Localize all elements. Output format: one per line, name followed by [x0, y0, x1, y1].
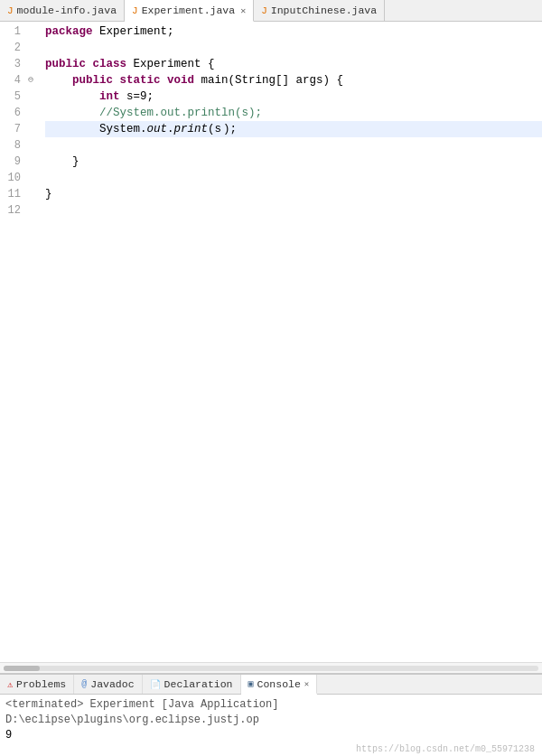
declaration-icon: 📄 [150, 679, 161, 690]
tab-module-info[interactable]: J module-info.java [0, 0, 125, 21]
ln-8: 8 [0, 137, 23, 154]
java-file-icon-experiment: J [132, 5, 138, 16]
ln-1: 1 [0, 23, 23, 40]
code-indent [45, 105, 99, 121]
tab-javadoc-label: Javadoc [90, 678, 134, 690]
ln-5: 5 [0, 89, 23, 105]
code-text: s=9; [120, 89, 154, 105]
ln-row-12: 12 [0, 202, 38, 219]
code-line-10 [45, 170, 542, 186]
code-line-1: package Experiment; [45, 23, 542, 40]
code-text: (s [208, 121, 221, 137]
code-text [161, 72, 168, 89]
scrollbar-track [4, 666, 538, 671]
java-file-icon-inputchinese: J [261, 5, 267, 16]
tab-console-label: Console [257, 678, 301, 690]
code-text: } [45, 186, 52, 202]
ln-row-3: 3 [0, 56, 38, 72]
ln-row-11: 11 [0, 186, 38, 202]
code-line-12 [45, 202, 542, 219]
editor-tab-bar: J module-info.java J Experiment.java ✕ J… [0, 0, 542, 22]
code-line-6: //System.out.println(s); [45, 105, 542, 121]
line-number-gutter: 1 2 3 4 ⊖ 5 6 7 8 [0, 22, 38, 662]
ln-10: 10 [0, 170, 23, 186]
ln-7: 7 [0, 121, 23, 137]
code-line-8 [45, 137, 542, 154]
code-line-11: } [45, 186, 542, 202]
code-text [86, 56, 93, 72]
code-indent [45, 121, 99, 137]
tab-problems-label: Problems [16, 678, 66, 690]
console-content: <terminated> Experiment [Java Applicatio… [0, 695, 542, 744]
keyword-void: void [167, 72, 194, 89]
ln-6: 6 [0, 105, 23, 121]
code-indent: } [45, 154, 79, 170]
code-text [113, 72, 120, 89]
editor-area: 1 2 3 4 ⊖ 5 6 7 8 [0, 22, 542, 662]
code-text: ); [223, 121, 237, 137]
fold-4: ⊖ [23, 72, 38, 89]
code-line-9: } [45, 154, 542, 170]
ln-4: 4 [0, 72, 23, 89]
bottom-panel: ⚠ Problems @ Javadoc 📄 Declaration ▣ Con… [0, 673, 542, 756]
code-indent [45, 89, 99, 105]
ln-3: 3 [0, 56, 23, 72]
ln-11: 11 [0, 186, 23, 202]
ln-row-10: 10 [0, 170, 38, 186]
watermark: https://blog.csdn.net/m0_55971238 [0, 744, 542, 756]
ln-row-9: 9 [0, 154, 38, 170]
keyword-class: class [93, 56, 127, 72]
ln-row-6: 6 [0, 105, 38, 121]
ln-row-4: 4 ⊖ [0, 72, 38, 89]
horizontal-scrollbar[interactable] [0, 662, 542, 673]
tab-experiment[interactable]: J Experiment.java ✕ [125, 0, 254, 22]
scrollbar-thumb[interactable] [4, 666, 40, 671]
java-file-icon: J [7, 5, 14, 16]
code-indent [45, 72, 72, 89]
code-line-7: System.out.print(s); [45, 121, 542, 137]
code-text: . [167, 121, 174, 137]
tab-inputchinese-label: InputChinese.java [271, 5, 377, 16]
code-line-2 [45, 40, 542, 56]
keyword-package: package [45, 23, 93, 40]
ln-2: 2 [0, 40, 23, 56]
code-line-3: public class Experiment { [45, 56, 542, 72]
tab-declaration-label: Declaration [164, 678, 233, 690]
tab-inputchinese[interactable]: J InputChinese.java [254, 0, 385, 21]
tab-experiment-label: Experiment.java [142, 5, 236, 16]
keyword-public2: public [72, 72, 113, 89]
tab-problems[interactable]: ⚠ Problems [0, 675, 74, 694]
ln-row-1: 1 [0, 23, 38, 40]
code-out: out [147, 121, 168, 137]
code-text: Experiment { [126, 56, 215, 72]
ln-12: 12 [0, 202, 23, 219]
console-output-line: 9 [5, 728, 537, 743]
code-text: Experiment; [93, 23, 174, 40]
console-tab-close[interactable]: ✕ [304, 679, 309, 689]
keyword-int: int [99, 89, 120, 105]
tab-console[interactable]: ▣ Console ✕ [241, 675, 318, 695]
bottom-tab-bar: ⚠ Problems @ Javadoc 📄 Declaration ▣ Con… [0, 675, 542, 695]
tab-declaration[interactable]: 📄 Declaration [143, 675, 241, 694]
ln-row-7: 7 [0, 121, 38, 137]
problems-icon: ⚠ [7, 679, 13, 690]
code-print: print [174, 121, 209, 137]
console-icon: ▣ [248, 678, 254, 689]
javadoc-icon: @ [81, 679, 87, 689]
code-comment: //System.out.println(s); [99, 105, 262, 121]
console-terminated-line: <terminated> Experiment [Java Applicatio… [5, 697, 537, 728]
code-line-4: public static void main(String[] args) { [45, 72, 542, 89]
tab-experiment-close[interactable]: ✕ [240, 5, 246, 16]
code-text: System. [99, 121, 147, 137]
ln-row-8: 8 [0, 137, 38, 154]
tab-javadoc[interactable]: @ Javadoc [74, 675, 142, 694]
ln-row-5: 5 [0, 89, 38, 105]
code-line-5: int s=9; [45, 89, 542, 105]
keyword-static: static [120, 72, 161, 89]
code-text: main(String[] args) { [194, 72, 343, 89]
ln-row-2: 2 [0, 40, 38, 56]
ln-9: 9 [0, 154, 23, 170]
tab-module-info-label: module-info.java [17, 5, 117, 16]
keyword-public: public [45, 56, 86, 72]
code-editor[interactable]: package Experiment; public class Experim… [38, 22, 542, 662]
